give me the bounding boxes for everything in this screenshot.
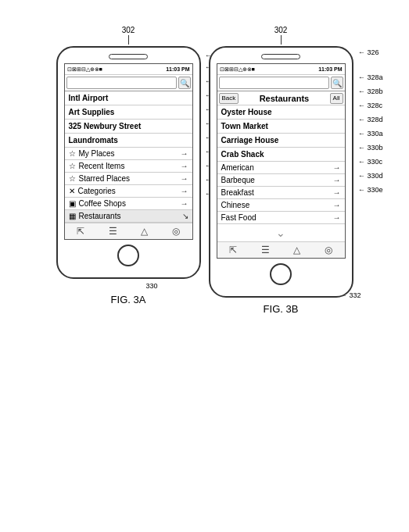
result-crab-shack[interactable]: Crab Shack	[217, 148, 345, 162]
all-button[interactable]: All	[330, 93, 343, 104]
search-bar-b: 🔍	[217, 75, 345, 91]
speaker-a	[109, 54, 148, 59]
phone-shell-b: ⊡⊠⊞⊟△⊕⊗■ 11:03 PM 🔍 Back Restaurants All…	[209, 46, 353, 298]
anno-330b: ← 330b	[358, 144, 383, 152]
anno-328a: ← 328a	[358, 73, 383, 81]
status-bar-a: ⊡⊠⊞⊟△⊕⊗■ 11:03 PM	[65, 64, 192, 75]
anno-326: ← 326	[358, 48, 383, 56]
menu-item-categories[interactable]: ✕Categories →	[65, 185, 192, 198]
status-time-b: 11:03 PM	[318, 66, 342, 72]
phone-b: 302 ⊡⊠⊞⊟△⊕⊗■ 11:03 PM 🔍	[209, 23, 353, 315]
anno-330a: 330	[145, 282, 157, 290]
anno-330c: ← 330c	[358, 158, 383, 166]
scroll-down-icon: ⌄	[276, 227, 285, 239]
recent-item-laundromats[interactable]: Laundromats	[65, 134, 192, 148]
search-input-a[interactable]	[66, 77, 177, 89]
screen-b: ⊡⊠⊞⊟△⊕⊗■ 11:03 PM 🔍 Back Restaurants All…	[217, 63, 346, 259]
search-button-b[interactable]: 🔍	[331, 77, 343, 89]
anno-330e: ← 330e	[358, 186, 383, 194]
status-icons-b: ⊡⊠⊞⊟△⊕⊗■	[220, 66, 255, 73]
search-input-b[interactable]	[219, 77, 329, 89]
anno-302b: 302	[274, 26, 288, 34]
search-button-a[interactable]: 🔍	[178, 77, 191, 89]
category-chinese[interactable]: Chinese →	[217, 199, 345, 212]
fig-label-b: FIG. 3B	[264, 303, 299, 315]
anno-328b: ← 328b	[358, 87, 383, 95]
recent-item-intl-airport[interactable]: Intl Airport	[65, 91, 192, 105]
result-carriage-house[interactable]: Carriage House	[217, 134, 345, 148]
anno-330d: ← 330d	[358, 172, 383, 180]
menu-item-my-places[interactable]: ☆My Places →	[65, 148, 192, 160]
nav-icon-location-a[interactable]: ◎	[172, 226, 180, 237]
menu-item-restaurants[interactable]: ▦Restaurants ↘	[65, 210, 192, 223]
anno-328d: ← 328d	[358, 116, 383, 123]
home-button-a[interactable]	[117, 245, 139, 266]
nav-icon-home-b[interactable]: △	[293, 245, 300, 255]
scroll-indicator: ⌄	[217, 224, 345, 241]
title-bar-b: Back Restaurants All	[217, 91, 345, 105]
nav-icon-search-b[interactable]: ⇱	[229, 245, 237, 255]
phone-shell-a: ⊡⊠⊞⊟△⊕⊗■ 11:03 PM 🔍 Intl Airport Art Sup…	[56, 46, 201, 279]
nav-icon-location-b[interactable]: ◎	[325, 245, 332, 255]
screen-a: ⊡⊠⊞⊟△⊕⊗■ 11:03 PM 🔍 Intl Airport Art Sup…	[64, 63, 193, 240]
nav-icon-menu-a[interactable]: ☰	[109, 226, 117, 237]
result-oyster-house[interactable]: Oyster House	[217, 105, 345, 120]
page-title-restaurants: Restaurants	[240, 94, 328, 103]
nav-icon-search-a[interactable]: ⇱	[77, 226, 84, 237]
fig-label-a: FIG. 3A	[111, 294, 146, 305]
home-button-b[interactable]	[270, 263, 292, 285]
menu-item-coffee-shops[interactable]: ▣Coffee Shops →	[65, 198, 192, 210]
status-bar-b: ⊡⊠⊞⊟△⊕⊗■ 11:03 PM	[217, 64, 345, 75]
nav-icon-menu-b[interactable]: ☰	[261, 245, 270, 255]
anno-330a: ← 330a	[358, 130, 383, 137]
speaker-b	[261, 54, 300, 59]
recent-item-newbury[interactable]: 325 Newbury Street	[65, 120, 192, 134]
category-breakfast[interactable]: Breakfast →	[217, 187, 345, 199]
anno-328c: ← 328c	[358, 102, 383, 109]
nav-icon-home-a[interactable]: △	[141, 226, 148, 237]
search-bar-a: 🔍	[65, 75, 192, 91]
recent-item-art-supplies[interactable]: Art Supplies	[65, 105, 192, 120]
nav-bar-a: ⇱ ☰ △ ◎	[65, 223, 192, 239]
menu-item-recent-items[interactable]: ☆Recent Items →	[65, 160, 192, 173]
status-time-a: 11:03 PM	[166, 66, 189, 72]
category-fast-food[interactable]: Fast Food →	[217, 212, 345, 224]
back-button[interactable]: Back	[219, 93, 239, 104]
result-town-market[interactable]: Town Market	[217, 120, 345, 134]
nav-bar-b: ⇱ ☰ △ ◎	[217, 241, 345, 258]
anno-302a: 302	[122, 26, 135, 34]
menu-item-starred-places[interactable]: ☆Starred Places →	[65, 173, 192, 185]
main-container: 302 ⊡⊠⊞⊟△⊕⊗■ 11:03 PM 🔍	[0, 0, 409, 323]
category-american[interactable]: American →	[217, 162, 345, 174]
phone-a: 302 ⊡⊠⊞⊟△⊕⊗■ 11:03 PM 🔍	[56, 23, 201, 305]
status-icons-a: ⊡⊠⊞⊟△⊕⊗■	[67, 66, 102, 73]
category-barbeque[interactable]: Barbeque →	[217, 174, 345, 187]
